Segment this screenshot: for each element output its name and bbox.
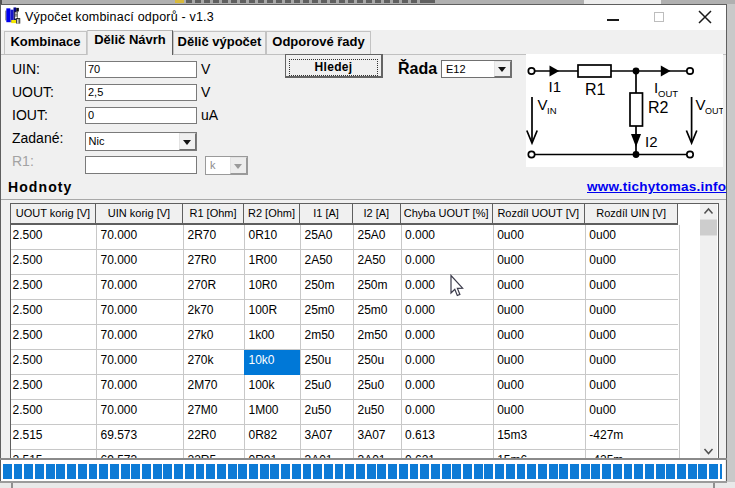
svg-text:OUT: OUT (658, 88, 678, 99)
svg-text:I2: I2 (645, 133, 658, 150)
svg-text:R2: R2 (648, 99, 669, 116)
svg-text:R1: R1 (585, 81, 606, 98)
svg-text:V: V (696, 96, 706, 113)
svg-text:I1: I1 (549, 78, 562, 95)
svg-text:V: V (538, 96, 548, 113)
svg-text:IN: IN (547, 105, 557, 116)
svg-text:OUT: OUT (705, 106, 723, 116)
